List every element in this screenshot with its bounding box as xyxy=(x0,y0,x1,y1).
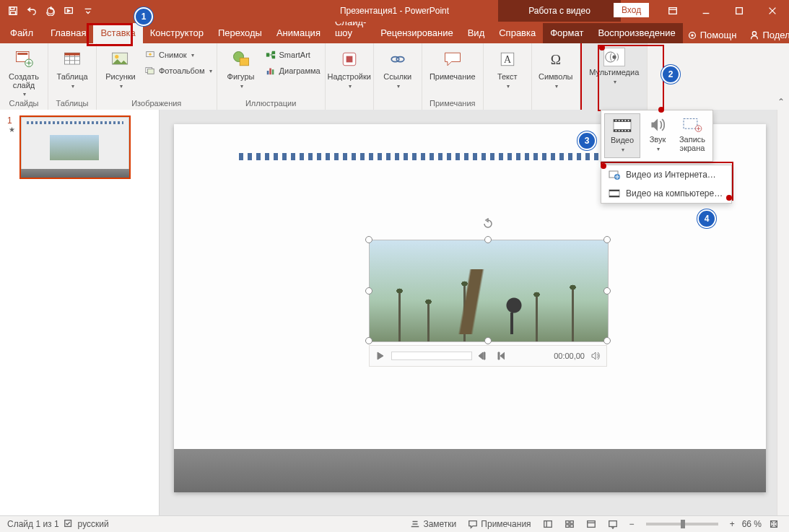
annotation-badge-1: 1 xyxy=(134,7,153,26)
zoom-slider-knob[interactable] xyxy=(681,520,685,528)
zoom-in-button[interactable]: + xyxy=(725,516,739,532)
text-button[interactable]: A Текст▾ xyxy=(488,46,527,91)
ribbon-display-icon[interactable] xyxy=(656,0,689,22)
video-on-pc-menu-item[interactable]: Видео на компьютере… xyxy=(601,184,731,203)
resize-handle[interactable] xyxy=(603,236,611,243)
ribbon-tabs: Файл Главная Вставка Конструктор Переход… xyxy=(0,22,789,43)
zoom-slider[interactable] xyxy=(646,523,718,526)
media-label: Мультимедиа xyxy=(589,68,639,77)
slide-sorter-button[interactable] xyxy=(560,516,579,532)
tab-insert[interactable]: Вставка xyxy=(93,23,142,43)
tab-format[interactable]: Формат xyxy=(543,23,590,43)
chart-icon xyxy=(265,65,276,77)
tab-view[interactable]: Вид xyxy=(461,23,492,43)
start-from-beginning-icon[interactable] xyxy=(64,5,75,17)
reading-view-button[interactable] xyxy=(582,516,601,532)
resize-handle[interactable] xyxy=(603,337,611,344)
screen-recording-button[interactable]: Запись экрана xyxy=(675,113,710,158)
svg-rect-24 xyxy=(271,51,274,54)
tab-transitions[interactable]: Переходы xyxy=(211,23,269,43)
fit-to-window-button[interactable] xyxy=(764,516,783,532)
notes-button[interactable]: Заметки xyxy=(406,516,461,532)
svg-rect-49 xyxy=(565,521,568,524)
resize-handle[interactable] xyxy=(603,287,611,295)
svg-point-8 xyxy=(691,34,694,37)
play-button[interactable] xyxy=(374,349,387,362)
vertical-scrollbar[interactable] xyxy=(777,110,789,516)
addins-label: Надстройки xyxy=(328,72,371,81)
resize-handle[interactable] xyxy=(365,337,372,344)
thumbnail-preview[interactable] xyxy=(19,115,131,179)
pictures-button[interactable]: Рисунки▾ xyxy=(101,46,140,91)
slide-count-label[interactable]: Слайд 1 из 1 xyxy=(7,519,59,529)
screenshot-button[interactable]: Снимок▾ xyxy=(144,48,212,62)
normal-view-button[interactable] xyxy=(539,516,557,532)
tell-me-button[interactable]: Помощн xyxy=(683,30,741,40)
slide-thumbnails-pane[interactable]: 1 ★ xyxy=(0,110,160,516)
close-icon[interactable] xyxy=(756,0,789,22)
resize-handle[interactable] xyxy=(484,236,492,243)
addins-button[interactable]: Надстройки▾ xyxy=(330,46,369,91)
svg-rect-54 xyxy=(609,521,616,527)
video-frame[interactable] xyxy=(369,240,609,342)
svg-rect-14 xyxy=(65,53,80,56)
table-button[interactable]: Таблица▾ xyxy=(53,46,92,91)
zoom-out-button[interactable]: − xyxy=(625,516,639,532)
resize-handle[interactable] xyxy=(365,287,372,295)
svg-point-9 xyxy=(753,31,757,35)
share-button[interactable]: Поделиться xyxy=(745,30,789,40)
save-icon[interactable] xyxy=(7,5,19,17)
audio-label: Звук xyxy=(650,135,666,144)
links-button[interactable]: Ссылки▾ xyxy=(378,46,417,91)
video-online-menu-item[interactable]: Видео из Интернета… xyxy=(601,165,731,184)
step-back-button[interactable] xyxy=(476,349,489,362)
spellcheck-icon[interactable] xyxy=(64,518,74,531)
new-slide-button[interactable]: Создать слайд▾ xyxy=(4,46,43,97)
step-forward-button[interactable] xyxy=(494,349,507,362)
sign-in-button[interactable]: Вход xyxy=(614,3,649,17)
svg-rect-2 xyxy=(11,12,16,14)
collapse-ribbon-icon[interactable]: ⌃ xyxy=(777,97,785,107)
resize-handle[interactable] xyxy=(365,236,372,243)
zoom-level-label[interactable]: 66 % xyxy=(742,519,762,529)
comment-button[interactable]: Примечание xyxy=(427,46,479,81)
media-button[interactable]: Мультимедиа▾ xyxy=(586,46,642,87)
tab-file[interactable]: Файл xyxy=(0,23,43,43)
undo-icon[interactable] xyxy=(26,5,38,17)
video-button[interactable]: Видео▾ xyxy=(604,113,640,158)
video-submenu: Видео из Интернета… Видео на компьютере… xyxy=(601,165,732,204)
thumbnail-item[interactable]: 1 ★ xyxy=(7,115,152,179)
rotate-handle-icon[interactable] xyxy=(482,218,494,230)
tab-review[interactable]: Рецензирование xyxy=(373,23,460,43)
photo-album-button[interactable]: Фотоальбом▾ xyxy=(144,64,212,78)
video-progress-track[interactable] xyxy=(391,352,472,360)
svg-point-16 xyxy=(115,55,118,58)
qat-more-icon[interactable] xyxy=(82,5,94,17)
video-on-pc-label: Видео на компьютере… xyxy=(626,188,723,199)
redo-icon[interactable] xyxy=(45,5,56,17)
symbols-button[interactable]: Ω Символы▾ xyxy=(536,46,575,91)
volume-button[interactable] xyxy=(589,349,602,362)
video-object[interactable]: 00:00,00 xyxy=(369,240,607,370)
comments-button[interactable]: Примечания xyxy=(463,516,535,532)
chart-button[interactable]: Диаграмма xyxy=(265,64,321,78)
smartart-button[interactable]: SmartArt xyxy=(265,48,321,62)
language-label[interactable]: русский xyxy=(78,519,109,529)
slideshow-view-button[interactable] xyxy=(603,516,622,532)
tab-playback[interactable]: Воспроизведение xyxy=(590,23,682,43)
status-bar: Слайд 1 из 1 русский Заметки Примечания … xyxy=(0,515,789,532)
minimize-icon[interactable] xyxy=(689,0,723,22)
svg-point-18 xyxy=(149,53,152,56)
svg-rect-23 xyxy=(266,53,269,56)
audio-button[interactable]: Звук▾ xyxy=(640,113,675,158)
tab-help[interactable]: Справка xyxy=(492,23,543,43)
svg-rect-1 xyxy=(11,7,14,10)
tab-home[interactable]: Главная xyxy=(43,23,93,43)
tab-animations[interactable]: Анимация xyxy=(269,23,328,43)
shapes-button[interactable]: Фигуры▾ xyxy=(222,46,261,91)
svg-text:A: A xyxy=(504,54,512,65)
tab-design[interactable]: Конструктор xyxy=(143,23,211,43)
resize-handle[interactable] xyxy=(484,337,492,344)
maximize-icon[interactable] xyxy=(723,0,756,22)
svg-rect-25 xyxy=(271,56,274,58)
